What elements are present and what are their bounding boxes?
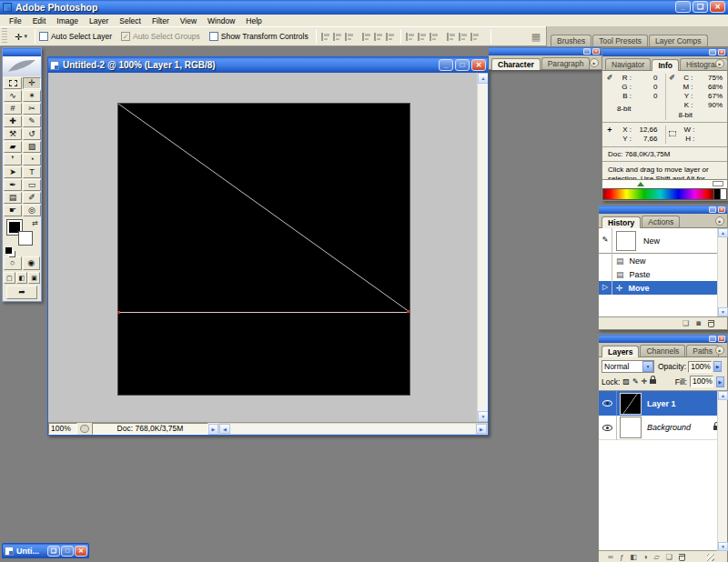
blend-mode-select[interactable]: Normal ▼ xyxy=(602,360,654,373)
layers-titlebar[interactable]: ✕ xyxy=(599,335,727,343)
history-state-move[interactable]: ▷ ✛ Move xyxy=(599,281,727,295)
hand-tool[interactable]: ☛ xyxy=(4,205,22,216)
tool-preset-caret-icon[interactable]: ▾ xyxy=(24,33,27,40)
layers-scroll-up-icon[interactable]: ▲ xyxy=(718,391,728,400)
tab-layers[interactable]: Layers xyxy=(602,346,639,357)
menu-file[interactable]: File xyxy=(4,16,27,25)
show-transform-controls-checkbox[interactable]: Show Transform Controls xyxy=(209,32,308,41)
shape-tool[interactable]: ▭ xyxy=(23,179,41,191)
snapshot-thumbnail[interactable] xyxy=(616,231,636,251)
mini-maximize-button[interactable]: □ xyxy=(61,546,74,557)
zoom-tool[interactable]: ◎ xyxy=(23,205,41,216)
color-sample-swatch[interactable] xyxy=(713,181,723,186)
layers-minimize-icon[interactable] xyxy=(709,336,716,342)
info-minimize-icon[interactable] xyxy=(709,49,716,55)
horizontal-scrollbar[interactable]: ◀ ▶ xyxy=(218,423,488,435)
history-brush-tool[interactable]: ↺ xyxy=(23,128,41,140)
notes-tool[interactable]: ▤ xyxy=(4,192,22,204)
adjustment-layer-button[interactable]: ◑ xyxy=(643,553,648,561)
delete-state-button[interactable] xyxy=(708,320,714,327)
swap-colors-icon[interactable]: ⇄ xyxy=(32,219,38,227)
layers-scroll-down-icon[interactable]: ▼ xyxy=(718,542,728,551)
lock-paint-icon[interactable]: ✎ xyxy=(632,377,639,386)
brush-tool[interactable]: ✎ xyxy=(23,115,41,127)
restore-button[interactable]: ❏ xyxy=(693,1,708,13)
toolbox-titlebar[interactable] xyxy=(3,48,41,56)
layer1-name[interactable]: Layer 1 xyxy=(647,399,676,408)
history-scroll-up-icon[interactable]: ▲ xyxy=(718,228,728,237)
zoom-field[interactable]: 100% xyxy=(48,423,77,435)
menu-edit[interactable]: Edit xyxy=(27,16,52,25)
delete-layer-button[interactable] xyxy=(679,554,685,561)
fullscreen-mode-button[interactable]: ▣ xyxy=(28,272,40,284)
tab-navigator[interactable]: Navigator xyxy=(605,58,651,70)
scroll-right-icon[interactable]: ▶ xyxy=(476,424,487,434)
tab-character[interactable]: Character xyxy=(491,58,541,70)
menu-view[interactable]: View xyxy=(175,16,202,25)
tab-actions[interactable]: Actions xyxy=(642,216,680,227)
blur-tool[interactable]: ❜ xyxy=(4,154,22,166)
blend-dropdown-icon[interactable]: ▼ xyxy=(642,361,653,372)
mini-close-button[interactable]: ✕ xyxy=(75,546,87,557)
doc-minimize-button[interactable]: _ xyxy=(439,59,453,71)
layer-style-button[interactable]: ƒ xyxy=(620,553,623,561)
scroll-left-icon[interactable]: ◀ xyxy=(219,424,230,434)
history-titlebar[interactable]: ✕ xyxy=(599,206,727,214)
edit-in-imageready-button[interactable]: ➦ xyxy=(6,286,37,299)
layers-scrollbar[interactable]: ▲ ▼ xyxy=(717,391,727,551)
layers-menu-icon[interactable]: ▶ xyxy=(715,346,724,355)
opacity-field[interactable]: 100% xyxy=(688,361,712,373)
history-close-icon[interactable]: ✕ xyxy=(718,206,725,213)
clone-stamp-tool[interactable]: ⚒ xyxy=(4,128,22,140)
history-scroll-down-icon[interactable]: ▼ xyxy=(718,307,728,316)
rectangular-marquee-tool[interactable] xyxy=(4,77,22,89)
slice-tool[interactable]: ✂ xyxy=(23,103,41,115)
document-titlebar[interactable]: Untitled-2 @ 100% (Layer 1, RGB/8) _ □ ✕ xyxy=(48,57,488,73)
tab-info[interactable]: Info xyxy=(652,59,679,71)
character-menu-icon[interactable]: ▶ xyxy=(590,58,599,67)
info-menu-icon[interactable]: ▶ xyxy=(715,59,724,68)
new-group-button[interactable]: ▱ xyxy=(654,553,660,561)
white-swatch[interactable] xyxy=(721,188,727,200)
color-slider-icon[interactable] xyxy=(637,182,644,186)
document-workspace[interactable]: ▲ ▼ xyxy=(48,73,488,422)
snapshot-row[interactable]: ✎ New xyxy=(599,228,727,254)
eraser-tool[interactable]: ▰ xyxy=(4,141,22,153)
history-menu-icon[interactable]: ▶ xyxy=(715,216,724,226)
gradient-tool[interactable]: ▨ xyxy=(23,141,41,153)
well-tab-brushes[interactable]: Brushes xyxy=(551,35,592,46)
history-source-icon[interactable]: ✎ xyxy=(599,228,612,254)
menu-help[interactable]: Help xyxy=(240,16,267,25)
background-visibility-well[interactable] xyxy=(599,416,617,440)
doc-size-field[interactable]: Doc: 768,0K/3,75M xyxy=(92,423,208,435)
pen-tool[interactable]: ✒ xyxy=(4,179,22,191)
character-minimize-icon[interactable] xyxy=(583,48,591,55)
info-close-icon[interactable]: ✕ xyxy=(718,49,725,55)
state-well-paste[interactable] xyxy=(599,267,612,281)
auto-select-layer-box[interactable] xyxy=(39,32,48,41)
auto-select-layer-checkbox[interactable]: Auto Select Layer xyxy=(39,32,112,41)
lock-position-icon[interactable]: ✛ xyxy=(642,377,648,386)
lock-transparency-icon[interactable]: ▨ xyxy=(622,377,630,386)
standard-screen-mode-button[interactable]: ▢ xyxy=(4,272,15,284)
state-pointer-icon[interactable]: ▷ xyxy=(599,281,612,295)
character-close-icon[interactable]: ✕ xyxy=(592,48,600,55)
minimized-document[interactable]: Unti... ❏ □ ✕ xyxy=(2,543,89,558)
info-titlebar[interactable]: ✕ xyxy=(602,48,727,56)
link-layers-button[interactable]: ∞ xyxy=(608,553,613,561)
scroll-down-icon[interactable]: ▼ xyxy=(478,411,488,422)
vertical-scrollbar[interactable]: ▲ ▼ xyxy=(477,73,488,422)
menu-filter[interactable]: Filter xyxy=(147,16,175,25)
standard-mode-button[interactable]: ○ xyxy=(4,256,22,270)
background-color-swatch[interactable] xyxy=(18,231,33,246)
options-grip[interactable] xyxy=(2,28,7,45)
scroll-up-icon[interactable]: ▲ xyxy=(478,73,488,84)
default-colors-icon[interactable] xyxy=(5,247,12,254)
layer1-eye-icon[interactable] xyxy=(602,400,612,406)
new-layer-button[interactable]: ❏ xyxy=(666,553,672,561)
color-slider-row[interactable] xyxy=(602,180,727,188)
move-tool[interactable]: ✛ xyxy=(23,77,41,89)
fill-slider-icon[interactable]: ▶ xyxy=(716,376,724,387)
toolbox-logo[interactable] xyxy=(3,56,41,76)
character-titlebar[interactable]: ✕ xyxy=(489,47,602,55)
